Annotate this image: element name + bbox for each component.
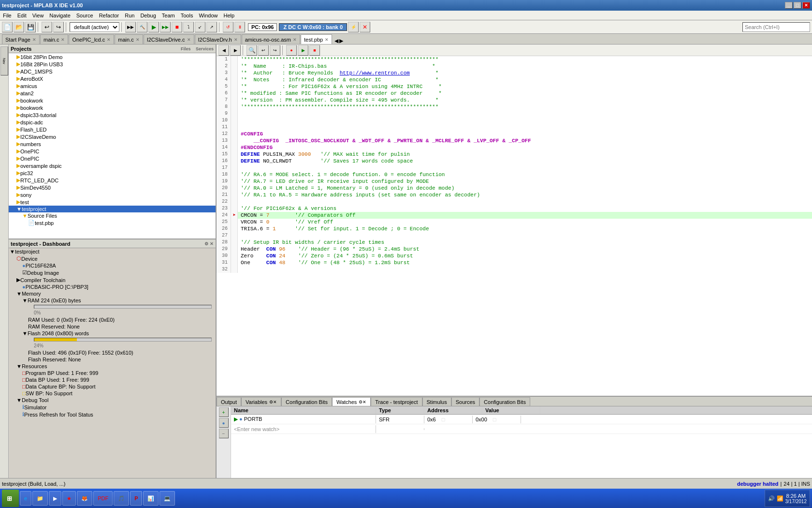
- search-input[interactable]: [742, 22, 810, 32]
- tree-item-testpbp[interactable]: 📄 test.pbp: [9, 219, 216, 226]
- bottom-tab-output[interactable]: Output: [217, 397, 241, 406]
- tree-item-bookwork1[interactable]: ▶ bookwork: [9, 97, 216, 104]
- run-button[interactable]: ▶: [148, 22, 159, 32]
- tab-close-start[interactable]: ✕: [32, 37, 36, 42]
- tree-item-sourcefiles[interactable]: ▼ Source Files: [9, 212, 216, 219]
- tab-start-page[interactable]: Start Page✕: [2, 34, 40, 44]
- code-btn-1[interactable]: ◀: [218, 45, 229, 56]
- close-button[interactable]: ✕: [802, 2, 810, 9]
- new-button[interactable]: 📄: [2, 22, 13, 32]
- taskbar-firefox[interactable]: 🦊: [77, 491, 92, 506]
- tree-item-16bit28usb[interactable]: ▶ 16Bit 28Pin USB3: [9, 60, 216, 68]
- clean-button[interactable]: 🔨: [137, 22, 147, 32]
- dash-ram[interactable]: ▼ RAM 224 (0xE0) bytes: [9, 297, 216, 304]
- tree-item-dspic-adc[interactable]: ▶ dspic-adc: [9, 119, 216, 126]
- tree-item-adc[interactable]: ▶ ADC_1MSPS: [9, 68, 216, 75]
- tab-i2cslave-drive[interactable]: I2CSlaveDrive.c✕: [144, 34, 194, 44]
- taskbar-app1[interactable]: ★: [62, 491, 76, 506]
- nav-btn-1[interactable]: Nav: [0, 46, 8, 75]
- code-search-btn[interactable]: 🔍: [246, 45, 257, 56]
- taskbar-app4[interactable]: 💻: [160, 491, 175, 506]
- menu-item-view[interactable]: View: [29, 12, 47, 19]
- tree-item-testproject[interactable]: ▼ testproject: [9, 206, 216, 212]
- code-content[interactable]: 1 '*************************************…: [217, 56, 812, 396]
- watch-sfr-btn[interactable]: ●: [219, 418, 229, 428]
- tab-i2cslave-drv[interactable]: I2CSlaveDrv.h✕: [195, 34, 241, 44]
- menu-item-navigate[interactable]: Navigate: [46, 12, 73, 19]
- code-btn-2[interactable]: ▶: [230, 45, 241, 56]
- code-stop-btn[interactable]: ■: [309, 45, 320, 56]
- tree-item-pic32[interactable]: ▶ pic32: [9, 169, 216, 177]
- tab-onepic-lcd[interactable]: OnePIC_lcd.c✕: [69, 34, 114, 44]
- start-button[interactable]: ⊞: [2, 490, 19, 507]
- dash-resources-group[interactable]: ▼ Resources: [9, 363, 216, 370]
- tab-scroll-left[interactable]: ◀: [334, 38, 338, 44]
- tree-item-16bit28[interactable]: ▶ 16bit 28Pin Demo: [9, 53, 216, 60]
- watch-row-portb[interactable]: ▶ ● PORTB SFR 0x6 □ 0x00: [231, 415, 812, 424]
- tree-item-simdev[interactable]: ▶ SimDev4550: [9, 184, 216, 191]
- bottom-tab-trace[interactable]: Trace - testproject: [371, 397, 422, 406]
- taskbar-app3[interactable]: 📊: [143, 491, 159, 506]
- code-bp-btn[interactable]: ●: [286, 45, 297, 56]
- watches-close-icon[interactable]: ✕: [362, 400, 366, 404]
- code-btn-5[interactable]: ↪: [270, 45, 280, 56]
- watch-del-btn[interactable]: −: [219, 429, 229, 438]
- tab-close-test[interactable]: ✕: [325, 37, 329, 42]
- open-button[interactable]: 📂: [14, 22, 24, 32]
- bottom-tab-config2[interactable]: Configuration Bits: [479, 397, 530, 406]
- tab-test-pbp[interactable]: test.pbp✕: [301, 34, 332, 44]
- reset-button[interactable]: ↺: [223, 22, 233, 32]
- save-button[interactable]: 💾: [25, 22, 36, 32]
- redo-button[interactable]: ↪: [53, 22, 64, 32]
- watch-add-btn[interactable]: +: [219, 407, 229, 417]
- tree-item-numbers[interactable]: ▶ numbers: [9, 140, 216, 148]
- code-btn-4[interactable]: ↩: [258, 45, 269, 56]
- tab-close-onepic[interactable]: ✕: [107, 37, 111, 42]
- tab-close-i2c2[interactable]: ✕: [234, 37, 238, 42]
- dash-debugtool-group[interactable]: ▼ Debug Tool: [9, 397, 216, 403]
- tree-item-sony[interactable]: ▶ sony: [9, 191, 216, 198]
- step-out-button[interactable]: ↗: [206, 22, 217, 32]
- undo-button[interactable]: ↩: [42, 22, 52, 32]
- tree-item-dspic33[interactable]: ▶ dspic33-tutorial: [9, 111, 216, 119]
- close-red-btn[interactable]: ✕: [360, 22, 370, 32]
- menu-item-window[interactable]: Window: [196, 12, 220, 19]
- taskbar-pickit[interactable]: P: [130, 491, 142, 506]
- taskbar-folder[interactable]: 📁: [32, 491, 48, 506]
- step-into-button[interactable]: ↙: [195, 22, 205, 32]
- dash-memory-group[interactable]: ▼ Memory: [9, 290, 216, 297]
- tree-item-aerobotx[interactable]: ▶ AeroBotX: [9, 75, 216, 82]
- tree-item-bookwork2[interactable]: ▶ bookwork: [9, 104, 216, 111]
- menu-item-file[interactable]: File: [0, 12, 14, 19]
- tab-amicus[interactable]: amicus-no-osc.asm✕: [242, 34, 300, 44]
- tree-item-onepic1[interactable]: ▶ OnePIC: [9, 148, 216, 155]
- watches-settings-icon[interactable]: ⚙: [359, 400, 362, 404]
- debug-button[interactable]: ▶▶: [160, 22, 171, 32]
- halt-button[interactable]: ⏸: [234, 22, 245, 32]
- menu-item-source[interactable]: Source: [73, 12, 96, 19]
- menu-item-tools[interactable]: Tools: [178, 12, 196, 19]
- tab-scroll-right[interactable]: ▶: [339, 38, 343, 44]
- maximize-button[interactable]: □: [794, 2, 801, 9]
- menu-item-team[interactable]: Team: [159, 12, 178, 19]
- config-dropdown[interactable]: default (active): [70, 22, 119, 32]
- menu-item-debug[interactable]: Debug: [137, 12, 159, 19]
- pickit-btn[interactable]: ⚡: [348, 22, 359, 32]
- bottom-tab-variables[interactable]: Variables ⚙ ✕: [241, 397, 281, 406]
- tab-close-i2c1[interactable]: ✕: [187, 37, 191, 42]
- dash-flash[interactable]: ▼ Flash 2048 (0x800) words: [9, 330, 216, 337]
- stop-button[interactable]: ■: [172, 22, 182, 32]
- step-over-button[interactable]: ⤵: [183, 22, 194, 32]
- taskbar-app2[interactable]: 🎵: [114, 491, 129, 506]
- tab-close-main2[interactable]: ✕: [136, 37, 140, 42]
- tree-item-atan2[interactable]: ▶ atan2: [9, 90, 216, 97]
- variables-settings-icon[interactable]: ⚙: [269, 400, 273, 404]
- taskbar-mediaplayer[interactable]: ▶: [49, 491, 61, 506]
- taskbar-pdf[interactable]: PDF: [93, 491, 113, 506]
- minimize-button[interactable]: _: [785, 2, 793, 9]
- dash-compiler-group[interactable]: ▶ Compiler Toolchain: [9, 276, 216, 284]
- bottom-tab-sources[interactable]: Sources: [451, 397, 479, 406]
- tab-main-c[interactable]: main.c✕: [40, 34, 68, 44]
- tab-close-amicus[interactable]: ✕: [293, 37, 297, 42]
- tree-item-rtc[interactable]: ▶ RTC_LED_ADC: [9, 177, 216, 184]
